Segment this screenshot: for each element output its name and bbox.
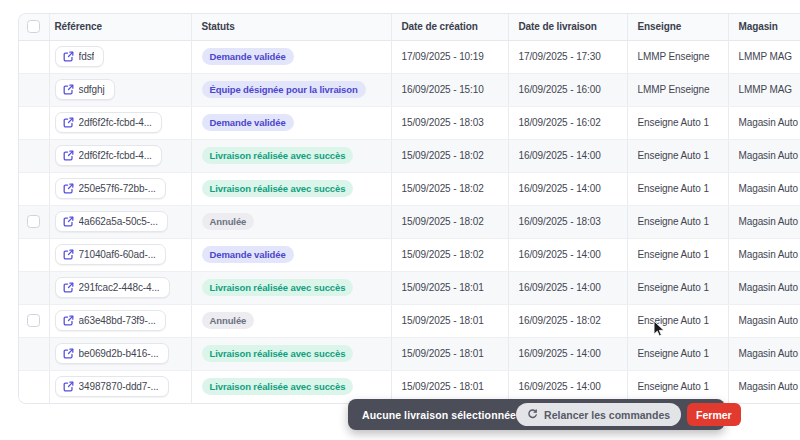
reference-button[interactable]: 250e57f6-72bb-... [55, 178, 166, 199]
status-badge: Livraison réalisée avec succès [202, 180, 354, 197]
column-header-enseigne: Enseigne [627, 14, 728, 40]
table-row: 4a662a5a-50c5-... Annulée 15/09/2025 - 1… [19, 205, 800, 238]
reference-label: fdsf [79, 51, 95, 62]
reference-cell: be069d2b-b416-... [49, 337, 191, 370]
external-link-icon [63, 381, 74, 392]
external-link-icon [63, 183, 74, 194]
table-header-row: Référence Statuts Date de création Date … [19, 14, 800, 40]
date-livraison-cell: 16/09/2025 - 14:00 [508, 139, 627, 172]
reference-button[interactable]: 71040af6-60ad-... [55, 244, 166, 265]
reference-label: 2df6f2fc-fcbd-4... [79, 150, 152, 161]
select-cell [19, 106, 49, 139]
status-cell: Livraison réalisée avec succès [191, 139, 391, 172]
magasin-cell: Magasin Auto 2 [728, 238, 800, 271]
reference-label: sdfghj [79, 84, 105, 95]
reference-button[interactable]: fdsf [55, 46, 105, 67]
select-cell [19, 139, 49, 172]
date-creation-cell: 15/09/2025 - 18:01 [391, 304, 508, 337]
status-badge: Équipe désignée pour la livraison [202, 81, 366, 98]
close-button[interactable]: Fermer [687, 403, 741, 426]
table-row: fdsf Demande validée 17/09/2025 - 10:19 … [19, 40, 800, 73]
external-link-icon [63, 84, 74, 95]
orders-table: Référence Statuts Date de création Date … [18, 13, 800, 404]
select-cell [19, 205, 49, 238]
external-link-icon [63, 249, 74, 260]
relaunch-orders-button[interactable]: Relancer les commandes [516, 403, 681, 426]
external-link-icon [63, 216, 74, 227]
table-row: 71040af6-60ad-... Demande validée 15/09/… [19, 238, 800, 271]
date-creation-cell: 15/09/2025 - 18:02 [391, 238, 508, 271]
reference-button[interactable]: be069d2b-b416-... [55, 343, 169, 364]
external-link-icon [63, 282, 74, 293]
reference-button[interactable]: 2df6f2fc-fcbd-4... [55, 112, 162, 133]
status-badge: Annulée [202, 213, 255, 230]
status-cell: Livraison réalisée avec succès [191, 337, 391, 370]
date-livraison-cell: 16/09/2025 - 14:00 [508, 271, 627, 304]
table-row: 250e57f6-72bb-... Livraison réalisée ave… [19, 172, 800, 205]
status-cell: Équipe désignée pour la livraison [191, 73, 391, 106]
status-cell: Demande validée [191, 40, 391, 73]
reference-cell: 291fcac2-448c-4... [49, 271, 191, 304]
select-cell [19, 337, 49, 370]
date-creation-cell: 15/09/2025 - 18:02 [391, 172, 508, 205]
magasin-cell: Magasin Auto 2 [728, 205, 800, 238]
date-livraison-cell: 16/09/2025 - 16:00 [508, 73, 627, 106]
select-cell [19, 271, 49, 304]
date-creation-cell: 15/09/2025 - 18:02 [391, 139, 508, 172]
enseigne-cell: Enseigne Auto 1 [627, 106, 728, 139]
relaunch-orders-label: Relancer les commandes [544, 409, 670, 421]
select-cell [19, 238, 49, 271]
date-creation-cell: 15/09/2025 - 18:03 [391, 106, 508, 139]
external-link-icon [63, 348, 74, 359]
row-checkbox[interactable] [27, 314, 40, 327]
reference-button[interactable]: 34987870-ddd7-... [55, 376, 169, 397]
table-row: a63e48bd-73f9-... Annulée 15/09/2025 - 1… [19, 304, 800, 337]
status-cell: Livraison réalisée avec succès [191, 172, 391, 205]
enseigne-cell: Enseigne Auto 1 [627, 337, 728, 370]
reference-button[interactable]: 4a662a5a-50c5-... [55, 211, 168, 232]
external-link-icon [63, 150, 74, 161]
reference-cell: sdfghj [49, 73, 191, 106]
column-header-magasin: Magasin [728, 14, 800, 40]
select-cell [19, 172, 49, 205]
enseigne-cell: Enseigne Auto 1 [627, 172, 728, 205]
magasin-cell: Magasin Auto 2 [728, 271, 800, 304]
action-toolbar: Aucune livraison sélectionnée Relancer l… [348, 399, 725, 430]
external-link-icon [63, 117, 74, 128]
row-checkbox[interactable] [27, 215, 40, 228]
reference-button[interactable]: 2df6f2fc-fcbd-4... [55, 145, 162, 166]
date-creation-cell: 16/09/2025 - 15:10 [391, 73, 508, 106]
reference-button[interactable]: sdfghj [55, 79, 115, 100]
column-header-select [19, 14, 49, 40]
reference-button[interactable]: a63e48bd-73f9-... [55, 310, 166, 331]
reference-cell: 4a662a5a-50c5-... [49, 205, 191, 238]
table-row: 2df6f2fc-fcbd-4... Demande validée 15/09… [19, 106, 800, 139]
status-badge: Demande validée [202, 246, 294, 263]
table-row: be069d2b-b416-... Livraison réalisée ave… [19, 337, 800, 370]
reference-button[interactable]: 291fcac2-448c-4... [55, 277, 170, 298]
reference-cell: fdsf [49, 40, 191, 73]
status-badge: Annulée [202, 312, 255, 329]
magasin-cell: Magasin Auto 2 [728, 304, 800, 337]
magasin-cell: Magasin Auto 2 [728, 370, 800, 403]
status-cell: Annulée [191, 205, 391, 238]
magasin-cell: Magasin Auto 2 [728, 139, 800, 172]
reference-cell: 71040af6-60ad-... [49, 238, 191, 271]
status-badge: Livraison réalisée avec succès [202, 345, 354, 362]
select-all-checkbox[interactable] [27, 20, 40, 33]
enseigne-cell: Enseigne Auto 1 [627, 304, 728, 337]
date-livraison-cell: 18/09/2025 - 16:02 [508, 106, 627, 139]
status-cell: Demande validée [191, 106, 391, 139]
reference-label: 4a662a5a-50c5-... [79, 216, 158, 227]
date-creation-cell: 15/09/2025 - 18:01 [391, 271, 508, 304]
date-creation-cell: 17/09/2025 - 10:19 [391, 40, 508, 73]
selection-status-label: Aucune livraison sélectionnée [362, 409, 516, 421]
reference-cell: 2df6f2fc-fcbd-4... [49, 139, 191, 172]
enseigne-cell: LMMP Enseigne [627, 40, 728, 73]
reference-label: 2df6f2fc-fcbd-4... [79, 117, 152, 128]
column-header-date-livraison: Date de livraison [508, 14, 627, 40]
date-livraison-cell: 16/09/2025 - 14:00 [508, 172, 627, 205]
reference-label: 34987870-ddd7-... [79, 381, 159, 392]
reference-label: be069d2b-b416-... [79, 348, 159, 359]
status-cell: Demande validée [191, 238, 391, 271]
